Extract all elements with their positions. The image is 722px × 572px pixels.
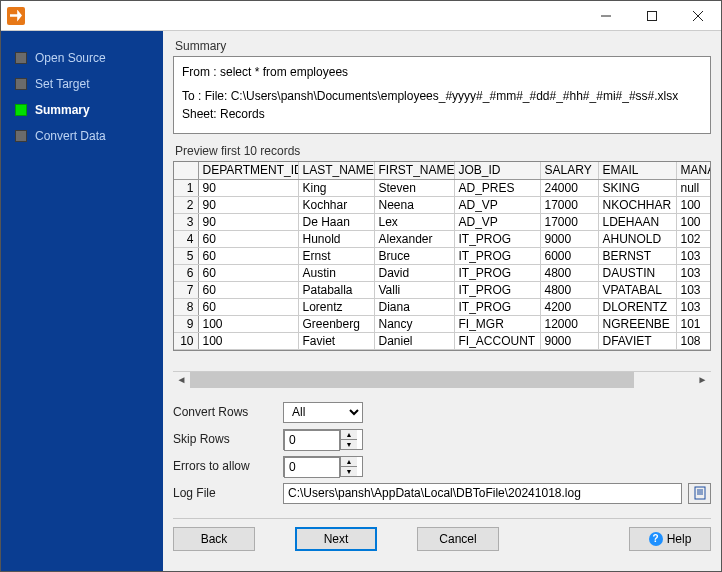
table-cell[interactable]: IT_PROG (454, 281, 540, 298)
table-row[interactable]: 390De HaanLexAD_VP17000LDEHAAN100 (174, 213, 711, 230)
table-cell[interactable]: IT_PROG (454, 298, 540, 315)
errors-down-icon[interactable]: ▼ (341, 467, 357, 476)
table-cell[interactable]: VPATABAL (598, 281, 676, 298)
table-cell[interactable]: 103 (676, 281, 711, 298)
table-cell[interactable]: Alexander (374, 230, 454, 247)
column-header[interactable]: DEPARTMENT_ID (198, 162, 298, 179)
table-cell[interactable]: LDEHAAN (598, 213, 676, 230)
maximize-button[interactable] (629, 1, 675, 31)
column-header[interactable]: EMAIL (598, 162, 676, 179)
convert-rows-select[interactable]: All (283, 402, 363, 423)
table-cell[interactable]: Nancy (374, 315, 454, 332)
browse-log-button[interactable] (688, 483, 711, 504)
table-cell[interactable]: King (298, 179, 374, 196)
table-row[interactable]: 190KingStevenAD_PRES24000SKINGnull (174, 179, 711, 196)
table-row[interactable]: 560ErnstBruceIT_PROG6000BERNST103 (174, 247, 711, 264)
table-row[interactable]: 660AustinDavidIT_PROG4800DAUSTIN103 (174, 264, 711, 281)
table-cell[interactable]: 90 (198, 196, 298, 213)
table-cell[interactable]: 60 (198, 281, 298, 298)
table-cell[interactable]: Daniel (374, 332, 454, 349)
table-cell[interactable]: DFAVIET (598, 332, 676, 349)
sidebar-item-convert-data[interactable]: Convert Data (1, 123, 163, 149)
table-cell[interactable]: NGREENBE (598, 315, 676, 332)
table-row[interactable]: 9100GreenbergNancyFI_MGR12000NGREENBE101 (174, 315, 711, 332)
next-button[interactable]: Next (295, 527, 377, 551)
sidebar-item-open-source[interactable]: Open Source (1, 45, 163, 71)
log-file-input[interactable] (283, 483, 682, 504)
table-cell[interactable]: Pataballa (298, 281, 374, 298)
table-row[interactable]: 460HunoldAlexanderIT_PROG9000AHUNOLD102 (174, 230, 711, 247)
column-header[interactable]: LAST_NAME (298, 162, 374, 179)
table-cell[interactable]: 9000 (540, 230, 598, 247)
column-header[interactable]: SALARY (540, 162, 598, 179)
table-cell[interactable]: 101 (676, 315, 711, 332)
table-cell[interactable]: NKOCHHAR (598, 196, 676, 213)
table-cell[interactable]: 60 (198, 264, 298, 281)
table-cell[interactable]: Steven (374, 179, 454, 196)
close-button[interactable] (675, 1, 721, 31)
table-cell[interactable]: 103 (676, 247, 711, 264)
table-cell[interactable]: Ernst (298, 247, 374, 264)
back-button[interactable]: Back (173, 527, 255, 551)
table-cell[interactable]: 4800 (540, 281, 598, 298)
table-cell[interactable]: 100 (198, 332, 298, 349)
table-cell[interactable]: 103 (676, 264, 711, 281)
table-cell[interactable]: AD_VP (454, 213, 540, 230)
table-row[interactable]: 10100FavietDanielFI_ACCOUNT9000DFAVIET10… (174, 332, 711, 349)
table-cell[interactable]: 103 (676, 298, 711, 315)
table-cell[interactable]: AHUNOLD (598, 230, 676, 247)
table-cell[interactable]: 90 (198, 213, 298, 230)
cancel-button[interactable]: Cancel (417, 527, 499, 551)
table-cell[interactable]: Neena (374, 196, 454, 213)
minimize-button[interactable] (583, 1, 629, 31)
skip-rows-input[interactable] (284, 430, 340, 451)
preview-table[interactable]: DEPARTMENT_IDLAST_NAMEFIRST_NAMEJOB_IDSA… (174, 162, 711, 350)
table-cell[interactable]: Hunold (298, 230, 374, 247)
table-cell[interactable]: 100 (676, 213, 711, 230)
table-row[interactable]: 290KochharNeenaAD_VP17000NKOCHHAR100 (174, 196, 711, 213)
table-cell[interactable]: 4200 (540, 298, 598, 315)
table-cell[interactable]: 4800 (540, 264, 598, 281)
horizontal-scrollbar[interactable]: ◄ ► (173, 371, 711, 388)
table-cell[interactable]: Austin (298, 264, 374, 281)
errors-up-icon[interactable]: ▲ (341, 457, 357, 467)
table-cell[interactable]: 100 (676, 196, 711, 213)
table-cell[interactable]: 17000 (540, 196, 598, 213)
table-cell[interactable]: FI_MGR (454, 315, 540, 332)
table-cell[interactable]: 60 (198, 247, 298, 264)
table-cell[interactable]: 24000 (540, 179, 598, 196)
table-cell[interactable]: FI_ACCOUNT (454, 332, 540, 349)
scroll-left-icon[interactable]: ◄ (173, 371, 190, 388)
table-cell[interactable]: Diana (374, 298, 454, 315)
help-button[interactable]: ? Help (629, 527, 711, 551)
table-cell[interactable]: 12000 (540, 315, 598, 332)
table-cell[interactable]: David (374, 264, 454, 281)
table-cell[interactable]: 17000 (540, 213, 598, 230)
table-row[interactable]: 860LorentzDianaIT_PROG4200DLORENTZ103 (174, 298, 711, 315)
table-cell[interactable]: 100 (198, 315, 298, 332)
table-cell[interactable]: Faviet (298, 332, 374, 349)
column-header[interactable]: MANAG (676, 162, 711, 179)
table-cell[interactable]: Lex (374, 213, 454, 230)
table-cell[interactable]: null (676, 179, 711, 196)
table-cell[interactable]: 102 (676, 230, 711, 247)
table-cell[interactable]: DAUSTIN (598, 264, 676, 281)
sidebar-item-summary[interactable]: Summary (1, 97, 163, 123)
table-cell[interactable]: 108 (676, 332, 711, 349)
table-cell[interactable]: 60 (198, 230, 298, 247)
table-cell[interactable]: AD_PRES (454, 179, 540, 196)
table-cell[interactable]: AD_VP (454, 196, 540, 213)
table-cell[interactable]: DLORENTZ (598, 298, 676, 315)
table-cell[interactable]: IT_PROG (454, 230, 540, 247)
errors-allow-stepper[interactable]: ▲ ▼ (283, 456, 363, 477)
table-cell[interactable]: SKING (598, 179, 676, 196)
table-cell[interactable]: Greenberg (298, 315, 374, 332)
table-cell[interactable]: De Haan (298, 213, 374, 230)
table-cell[interactable]: 90 (198, 179, 298, 196)
table-cell[interactable]: Lorentz (298, 298, 374, 315)
scroll-thumb[interactable] (190, 372, 634, 388)
scroll-right-icon[interactable]: ► (694, 371, 711, 388)
table-cell[interactable]: 6000 (540, 247, 598, 264)
table-cell[interactable]: IT_PROG (454, 264, 540, 281)
table-cell[interactable]: 60 (198, 298, 298, 315)
